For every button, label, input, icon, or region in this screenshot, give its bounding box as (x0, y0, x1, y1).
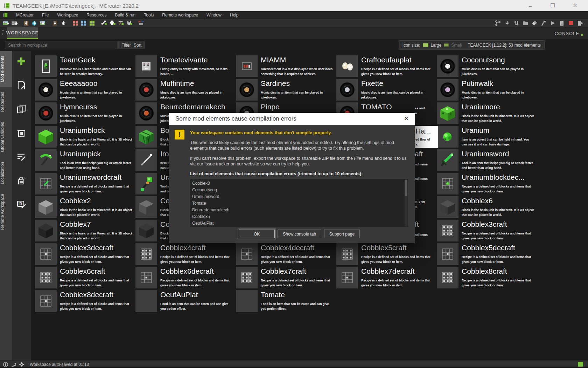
dialog-button-show-console-tab[interactable]: Show console tab (278, 230, 321, 238)
sync-icon[interactable] (513, 20, 519, 26)
mod-element-card[interactable]: Cobblex8craft Recipe is a defined set of… (437, 267, 535, 289)
menu-resources[interactable]: Resources (86, 13, 106, 18)
mod-element-card[interactable]: Cobblex7craft Recipe is a defined set of… (236, 267, 334, 289)
tab-workspace[interactable]: WORKSPACE (7, 27, 38, 39)
mod-element-card[interactable]: Fixette Music disc is an item that can b… (336, 79, 434, 101)
list-scrollbar[interactable] (405, 179, 407, 226)
lock-element-icon[interactable] (16, 175, 27, 186)
menu-file[interactable]: File (42, 13, 49, 18)
export-icon[interactable] (577, 20, 583, 26)
menu-remote-workspace[interactable]: Remote workspace (162, 13, 198, 18)
mod-element-card[interactable]: Cobblex3craft Recipe is a defined set of… (437, 220, 535, 242)
sort-button[interactable]: Sort (131, 41, 145, 49)
mod-element-card[interactable]: Cobblex6 Block is the basic unit in Mine… (437, 196, 535, 219)
edit-element-icon[interactable] (16, 80, 27, 91)
scene-add-icon[interactable] (3, 20, 9, 26)
delete-element-icon[interactable] (16, 127, 27, 138)
small-icons-icon[interactable] (444, 43, 449, 47)
item-texture-import-icon[interactable] (31, 20, 38, 26)
mod-element-card[interactable]: Cobblex6decraft Recipe is a defined set … (135, 267, 233, 289)
measure-icon[interactable] (138, 20, 144, 26)
mod-element-card[interactable]: Craftoeufauplat Recipe is a defined set … (336, 55, 434, 78)
selected-mod-element-fragment[interactable]: Ha...ed flow ofs. (415, 126, 438, 148)
mod-element-card[interactable]: Cobblex3decraft Recipe is a defined set … (35, 243, 133, 266)
add-element-icon[interactable] (16, 56, 27, 67)
anvil-import-icon[interactable] (60, 20, 66, 26)
sidebar-tab-remote-workspace[interactable]: Remote workspace (0, 189, 12, 235)
menu-tools[interactable]: Tools (144, 13, 154, 18)
menu-build-run[interactable]: Build & run (115, 13, 136, 18)
mod-element-card[interactable]: Cobblex5decraft Recipe is a defined set … (437, 243, 535, 266)
minimize-button[interactable]: – (527, 3, 533, 9)
green-grid-icon[interactable] (89, 20, 95, 26)
duplicate-element-icon[interactable] (16, 103, 27, 115)
animation-add-icon[interactable] (11, 20, 18, 26)
sidebar-tab-resources[interactable]: Resources (0, 87, 12, 117)
mod-element-card[interactable]: Tomate Food is an item that can be eaten… (236, 290, 334, 313)
block-texture-import-icon[interactable] (23, 20, 29, 26)
menu-window[interactable]: Window (206, 13, 222, 18)
play-icon[interactable] (550, 20, 556, 26)
mod-element-card[interactable]: Putinwalk Music disc is an item that can… (437, 79, 535, 101)
mod-element-card[interactable]: Uraniumblockdec... Recipe is a defined s… (437, 173, 535, 195)
menu-workspace[interactable]: Workspace (57, 13, 78, 18)
mod-element-card[interactable]: OeufAuPlat Food is an item that can be e… (135, 290, 233, 313)
mod-element-card[interactable]: Eeeaaaooo Music disc is an item that can… (35, 79, 133, 101)
bone-add-icon[interactable] (101, 20, 107, 26)
mod-element-card[interactable]: Cobblex6craft Recipe is a defined set of… (35, 267, 133, 289)
container-import-icon[interactable] (52, 20, 58, 26)
search-input[interactable] (5, 41, 118, 49)
console-doc-icon[interactable] (559, 20, 565, 26)
mod-element-card[interactable]: MIAMM Advancement is a text displayed wh… (236, 55, 334, 78)
sidebar-tab-mod-elements[interactable]: Mod elements (0, 51, 12, 87)
edit-variables-icon[interactable] (16, 151, 27, 162)
mod-element-card[interactable]: Muffintime Music disc is an item that ca… (135, 79, 233, 101)
large-icons-label[interactable]: Large (431, 43, 442, 48)
sidebar-tab-localization[interactable]: Localization (0, 157, 12, 189)
sidebar-tab-global-variables[interactable]: Global variables (0, 117, 12, 157)
red-grid-icon[interactable] (72, 20, 78, 26)
mod-element-card[interactable]: Cobblex8decraft Recipe is a defined set … (35, 290, 133, 313)
menu-mcreator[interactable]: MCreator (16, 13, 34, 18)
mod-element-card[interactable]: Uranium Item is an object that can be he… (437, 126, 535, 148)
small-icons-label[interactable]: Small (451, 43, 462, 48)
download-icon[interactable] (504, 20, 510, 26)
mod-element-card[interactable]: Uraniumpick Tool is an item that helps y… (35, 149, 133, 172)
restore-button[interactable]: ❐ (550, 2, 556, 9)
mod-element-card[interactable]: Cobblex7decraft Recipe is a defined set … (336, 267, 434, 289)
mod-element-card[interactable]: Hymneurss Music disc is an item that can… (35, 102, 133, 125)
armor-add-icon[interactable] (126, 20, 132, 26)
stop-icon[interactable] (568, 20, 574, 26)
mod-element-card[interactable]: Coconutsong Music disc is an item that c… (437, 55, 535, 78)
hammer-icon[interactable] (540, 20, 547, 26)
edit-id-icon[interactable]: ID (16, 199, 27, 210)
mod-element-card[interactable]: TeamGeek Creative tab is a set of items … (35, 55, 133, 78)
pickaxe-add-icon[interactable] (118, 20, 124, 26)
mod-element-card[interactable]: Cobblex2 Block is the basic unit in Mine… (35, 196, 133, 219)
menu-help[interactable]: Help (230, 13, 239, 18)
tab-console[interactable]: CONSOLE (554, 27, 583, 39)
branch-icon[interactable] (495, 20, 501, 26)
mod-element-card[interactable]: Cobblex5craft Recipe is a defined set of… (336, 243, 434, 266)
close-button[interactable]: ✕ (572, 2, 578, 9)
dialog-close-icon[interactable]: ✕ (403, 115, 410, 122)
mod-element-card[interactable]: Cobblex4decraft Recipe is a defined set … (236, 243, 334, 266)
list-scrollbar-thumb[interactable] (405, 180, 407, 196)
folder-icon[interactable] (522, 20, 528, 26)
mod-element-card[interactable]: Cobblex7 Block is the basic unit in Mine… (35, 220, 133, 242)
eraser-icon[interactable] (531, 20, 538, 26)
blue-grid-icon[interactable] (80, 20, 87, 26)
egg-add-icon[interactable] (109, 20, 115, 26)
mod-element-card[interactable]: Uraniumsword Tool is an item that helps … (437, 149, 535, 172)
mod-element-card[interactable]: Uraniumblock Block is the basic unit in … (35, 126, 133, 148)
large-icons-icon[interactable] (423, 43, 428, 47)
mod-element-card[interactable]: Uraniumswordcraft Recipe is a defined se… (35, 173, 133, 195)
mod-element-card[interactable]: Sardines Music disc is an item that can … (236, 79, 334, 101)
tab-scroll-arrows-icon[interactable]: ◂▸ (1, 29, 5, 38)
mod-element-card[interactable]: Uraniumore Block is the basic unit in Mi… (437, 102, 535, 125)
scene-import-icon[interactable] (40, 20, 46, 26)
mod-element-card[interactable]: Tomatevivante Living entity is entity wi… (135, 55, 233, 78)
dialog-button-ok[interactable]: OK (239, 230, 275, 238)
mod-element-card[interactable]: Cobblex4craft Recipe is a defined set of… (135, 243, 233, 266)
error-elements-listbox[interactable]: Cobblex8CoconutsongUraniumswordTomateBeu… (190, 179, 408, 227)
